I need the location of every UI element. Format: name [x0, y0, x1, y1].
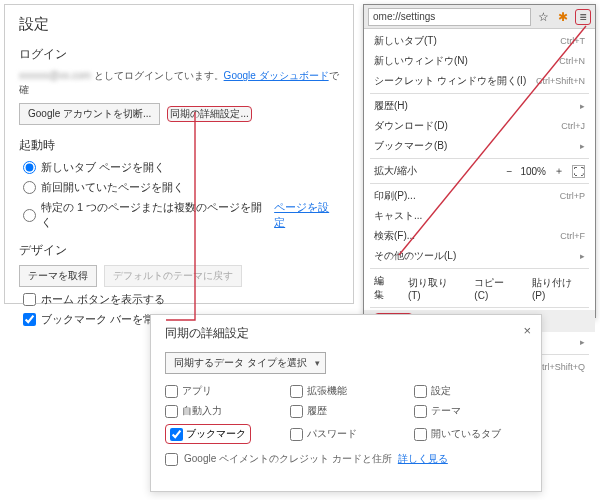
advanced-sync-settings-button[interactable]: 同期の詳細設定...: [167, 106, 251, 122]
reset-theme-button: デフォルトのテーマに戻す: [104, 265, 242, 287]
menu-separator: [370, 307, 589, 308]
browser-toolbar: ome://settings ☆ ✱ ≡: [364, 5, 595, 29]
sync-opt-theme[interactable]: テーマ: [414, 404, 527, 418]
sync-opt-open-tabs[interactable]: 開いているタブ: [414, 424, 527, 444]
menu-downloads[interactable]: ダウンロード(D)Ctrl+J: [364, 116, 595, 136]
menu-incognito[interactable]: シークレット ウィンドウを開く(I)Ctrl+Shift+N: [364, 71, 595, 91]
sync-opt-autofill[interactable]: 自動入力: [165, 404, 278, 418]
menu-separator: [370, 268, 589, 269]
radio-specific[interactable]: [23, 209, 36, 222]
fullscreen-icon[interactable]: ⛶: [572, 165, 585, 178]
get-theme-button[interactable]: テーマを取得: [19, 265, 97, 287]
hamburger-menu-icon[interactable]: ≡: [575, 9, 591, 25]
design-heading: デザイン: [19, 242, 339, 259]
settings-page: 設定 ログイン xxxxxx@xx.com としてログインしています。Googl…: [4, 4, 354, 304]
menu-edit-row: 編集 切り取り(T) コピー(C) 貼り付け(P): [364, 271, 595, 305]
startup-option-specific[interactable]: 特定の 1 つのページまたは複数のページを開く ページを設定: [23, 200, 339, 230]
sync-dialog-title: 同期の詳細設定: [165, 325, 527, 342]
submenu-arrow-icon: ▸: [580, 337, 585, 347]
radio-newtab[interactable]: [23, 161, 36, 174]
set-pages-link[interactable]: ページを設定: [274, 200, 339, 230]
sync-payments-option[interactable]: Google ペイメントのクレジット カードと住所 詳しく見る: [165, 452, 527, 466]
sync-opt-extensions[interactable]: 拡張機能: [290, 384, 403, 398]
menu-zoom: 拡大/縮小 − 100% ＋ ⛶: [364, 161, 595, 181]
disconnect-account-button[interactable]: Google アカウントを切断...: [19, 103, 160, 125]
sync-opt-settings[interactable]: 設定: [414, 384, 527, 398]
login-status-text: xxxxxx@xx.com としてログインしています。Google ダッシュボー…: [19, 69, 339, 97]
sync-opt-passwords[interactable]: パスワード: [290, 424, 403, 444]
chrome-menu-panel: ome://settings ☆ ✱ ≡ 新しいタブ(T)Ctrl+T 新しいウ…: [363, 4, 596, 318]
menu-separator: [370, 158, 589, 159]
sync-type-dropdown[interactable]: 同期するデータ タイプを選択: [165, 352, 326, 374]
close-icon[interactable]: ×: [523, 323, 531, 338]
menu-history[interactable]: 履歴(H)▸: [364, 96, 595, 116]
radio-continue[interactable]: [23, 181, 36, 194]
startup-option-continue[interactable]: 前回開いていたページを開く: [23, 180, 339, 195]
menu-cut[interactable]: 切り取り(T): [408, 276, 460, 301]
menu-separator: [370, 183, 589, 184]
startup-heading: 起動時: [19, 137, 339, 154]
startup-option-newtab[interactable]: 新しいタブ ページを開く: [23, 160, 339, 175]
sync-options-grid: アプリ 拡張機能 設定 自動入力 履歴 テーマ ブックマーク パスワード 開いて…: [165, 384, 527, 444]
home-button-checkbox-row[interactable]: ホーム ボタンを表示する: [23, 292, 339, 307]
menu-copy[interactable]: コピー(C): [474, 276, 518, 301]
menu-print[interactable]: 印刷(P)...Ctrl+P: [364, 186, 595, 206]
zoom-value: 100%: [520, 166, 546, 177]
submenu-arrow-icon: ▸: [580, 101, 585, 111]
google-dashboard-link[interactable]: Google ダッシュボード: [224, 70, 329, 81]
sync-opt-apps[interactable]: アプリ: [165, 384, 278, 398]
menu-paste[interactable]: 貼り付け(P): [532, 276, 585, 301]
menu-more-tools[interactable]: その他のツール(L)▸: [364, 246, 595, 266]
bookmark-star-icon[interactable]: ☆: [535, 9, 551, 25]
menu-bookmarks[interactable]: ブックマーク(B)▸: [364, 136, 595, 156]
sync-opt-bookmarks[interactable]: ブックマーク: [165, 424, 278, 444]
menu-cast[interactable]: キャスト...: [364, 206, 595, 226]
settings-title: 設定: [19, 15, 339, 34]
menu-new-window[interactable]: 新しいウィンドウ(N)Ctrl+N: [364, 51, 595, 71]
submenu-arrow-icon: ▸: [580, 251, 585, 261]
zoom-in-button[interactable]: ＋: [554, 164, 564, 178]
omnibox[interactable]: ome://settings: [368, 8, 531, 26]
menu-find[interactable]: 検索(F)...Ctrl+F: [364, 226, 595, 246]
login-heading: ログイン: [19, 46, 339, 63]
submenu-arrow-icon: ▸: [580, 141, 585, 151]
home-button-checkbox[interactable]: [23, 293, 36, 306]
bookmarks-bar-checkbox[interactable]: [23, 313, 36, 326]
menu-separator: [370, 93, 589, 94]
user-email-blurred: xxxxxx@xx.com: [19, 70, 91, 81]
zoom-out-button[interactable]: −: [507, 166, 513, 177]
advanced-sync-dialog: × 同期の詳細設定 同期するデータ タイプを選択 アプリ 拡張機能 設定 自動入…: [150, 314, 542, 492]
login-buttons-row: Google アカウントを切断... 同期の詳細設定...: [19, 103, 339, 125]
menu-new-tab[interactable]: 新しいタブ(T)Ctrl+T: [364, 31, 595, 51]
sync-opt-history[interactable]: 履歴: [290, 404, 403, 418]
extension-icon[interactable]: ✱: [555, 9, 571, 25]
learn-more-link[interactable]: 詳しく見る: [398, 452, 448, 466]
design-buttons-row: テーマを取得 デフォルトのテーマに戻す: [19, 265, 339, 287]
